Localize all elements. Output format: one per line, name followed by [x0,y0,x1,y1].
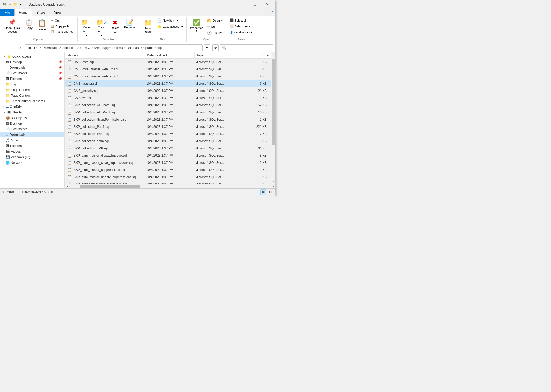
rename-button[interactable]: 📝 Rename [121,18,137,31]
refresh-button[interactable]: ↻ [212,44,219,51]
path-part-downloads[interactable]: Downloads [43,46,58,50]
select-all-button[interactable]: ⬛ Select all [228,18,255,23]
sidebar-item-page-content-2[interactable]: 📁 Page Content [0,93,64,98]
col-header-size[interactable]: Size [244,52,271,58]
table-row[interactable]: 📋 SXP_collection_smm.sql 10/4/2023 1:37 … [65,138,271,145]
pin-to-quick-access-button[interactable]: 📌 Pin to Quick access [2,18,22,35]
save-icon[interactable]: 💾 [2,2,7,7]
minimize-button[interactable]: ─ [236,0,249,9]
up-button[interactable]: ↑ [17,45,24,51]
table-row[interactable]: 📋 CMS_core.sql 10/4/2023 1:37 PM Microso… [65,59,271,66]
file-date: 10/4/2023 1:37 PM [144,174,193,180]
sidebar-item-quick-access[interactable]: ▼ ⭐ Quick access [0,54,64,59]
h-scroll-thumb[interactable] [80,185,140,188]
new-item-button[interactable]: 📄 New item ▼ [156,18,185,23]
move-to-dropdown[interactable]: ▼ [84,34,89,38]
sidebar-item-desktop-qa[interactable]: 🖥 Desktop 📌 [0,59,64,65]
sidebar-item-three-column[interactable]: 📁 ThreeColumnSplitCards [0,98,64,104]
copy-button[interactable]: 📋 Copy [23,18,35,31]
search-input[interactable] [228,46,271,50]
table-row[interactable]: 📋 CMS_web.sql 10/4/2023 1:37 PM Microsof… [65,95,271,102]
sidebar-item-page-content-1[interactable]: 📁 Page Content [0,87,64,93]
properties-button[interactable]: ✅ Properties ▼ [188,18,205,34]
cut-button[interactable]: ✂ Cut [49,18,75,23]
table-row[interactable]: 📋 SXP_collection_AE_Part1.sql 10/4/2023 … [65,102,271,109]
help-button[interactable]: ? [269,9,275,16]
table-row[interactable]: 📋 SXP_collection_GrantPermissions.sql 10… [65,116,271,123]
paste-button[interactable]: 📋 Paste [35,18,49,32]
file-scroll-thumb[interactable] [272,59,275,145]
tab-share[interactable]: Share [32,9,50,16]
sidebar-item-videos[interactable]: 🎬 Videos [0,149,64,154]
sidebar-item-documents-pc[interactable]: 📄 Documents [0,126,64,132]
sidebar-item-documents-qa[interactable]: 📄 Documents 📌 [0,70,64,76]
forward-button[interactable]: › [10,45,16,51]
table-row[interactable]: 📋 CMS_core_master_web_9x.sql 10/4/2023 1… [65,73,271,80]
large-icons-view-button[interactable]: ⊟ [267,189,273,195]
table-row[interactable]: 📋 SXP_exm_master_save_suppressions.sql 1… [65,159,271,166]
sidebar-item-downloads-qa[interactable]: ⬇ Downloads 📌 [0,65,64,70]
sidebar-item-3d-objects[interactable]: 📦 3D Objects [0,115,64,121]
delete-dropdown[interactable]: ▼ [112,31,118,35]
path-part-thispc[interactable]: This PC [27,46,39,50]
history-button[interactable]: 🕐 History [206,30,225,36]
table-row[interactable]: 📋 CMS_core_master_web_8x.sql 10/4/2023 1… [65,66,271,73]
copy-path-button[interactable]: 📋 Copy path [49,24,75,29]
open-button[interactable]: 📂 Open ▼ [206,18,225,23]
sidebar-item-windows-c[interactable]: 💾 Windows (C:) [0,154,64,160]
close-button[interactable]: ✕ [261,0,273,9]
sidebar-item-desktop-pc[interactable]: 🖥 Desktop [0,121,64,126]
edit-button[interactable]: ✏ Edit [206,24,225,30]
new-folder-button[interactable]: 📁 New folder [141,18,155,35]
address-path[interactable]: This PC > Downloads > Sitecore 10.3.1 re… [25,44,203,51]
invert-selection-button[interactable]: ◨ Invert selection [228,29,255,35]
move-to-button[interactable]: 📁→ Move to [79,18,94,34]
table-row[interactable]: 📋 SXP_collection_AE_Part2.sql 10/4/2023 … [65,109,271,116]
back-button[interactable]: ‹ [2,45,9,51]
address-dropdown[interactable]: ▼ [204,44,210,51]
properties-arrow: ▼ [195,30,198,32]
table-row[interactable]: 📋 SXP_exm_master_suppressions.sql 10/4/2… [65,166,271,174]
sidebar-item-pictures-qa[interactable]: 🖼 Pictures 📌 [0,76,64,81]
col-header-name[interactable]: Name ∧ [65,52,145,58]
sidebar-item-music[interactable]: 🎵 Music [0,137,64,143]
details-view-button[interactable]: ⊞ [260,189,266,195]
page-content-1-icon: 📁 [6,88,10,92]
path-part-sitecore[interactable]: Sitecore 10.3.1 rev. 009452 (upgrade fil… [62,46,123,50]
table-row[interactable]: 📋 SXP_exm_master_update_suppressions.sql… [65,174,271,181]
sidebar-item-img[interactable]: 📁 img [0,81,64,87]
file-scroll-up[interactable]: ▲ [271,52,275,57]
file-scroll-down[interactable]: ▼ [271,180,275,184]
select-none-button[interactable]: ⬜ Select none [228,23,255,29]
sidebar-item-onedrive[interactable]: › ☁ OneDrive [0,104,64,109]
paste-shortcut-button[interactable]: 📋 Paste shortcut [49,29,75,34]
col-header-type[interactable]: Type [195,52,244,58]
table-row[interactable]: 📋 SXP_experienceforms_filestorage.sql 10… [65,181,271,184]
copy-to-button[interactable]: 📁↗ Copy to [94,18,108,34]
path-part-current[interactable]: Database Upgrade Script [127,46,163,50]
table-row[interactable]: 📋 SXP_exm_master_dispatchqueue.sql 10/4/… [65,152,271,159]
undo-icon[interactable]: ↩ [8,2,12,7]
table-row[interactable]: 📋 CMS_security.sql 10/4/2023 1:37 PM Mic… [65,87,271,95]
copy-to-dropdown[interactable]: ▼ [99,34,104,38]
h-scroll-left[interactable]: ◂ [65,184,70,188]
table-row[interactable]: 📋 SXP_collection_Part1.sql 10/4/2023 1:3… [65,123,271,130]
tab-file[interactable]: File [0,9,14,16]
table-row[interactable]: 📋 SXP_collection_TVP.sql 10/4/2023 1:37 … [65,145,271,152]
h-scroll-right[interactable]: ▸ [271,184,275,188]
maximize-button[interactable]: □ [249,0,261,9]
tab-home[interactable]: Home [14,9,32,16]
dropdown-arrow-icon[interactable]: ▼ [18,2,23,7]
table-row[interactable]: 📋 SXP_collection_Part2.sql 10/4/2023 1:3… [65,130,271,138]
col-header-date[interactable]: Date modified [145,52,195,58]
file-icon: 📋 [67,125,72,129]
sidebar-item-downloads-pc[interactable]: ⬇ Downloads [0,132,64,137]
sidebar-item-network[interactable]: › 🌐 Network [0,160,64,165]
folder-icon[interactable]: 📁 [13,2,17,7]
delete-button[interactable]: ✖ Delete [109,18,121,31]
easy-access-button[interactable]: ⭐ Easy access ▼ [156,24,185,30]
sidebar-item-pictures-pc[interactable]: 🖼 Pictures [0,143,64,149]
table-row[interactable]: 📋 CMS_master.sql 10/4/2023 1:37 PM Micro… [65,80,271,87]
sidebar-item-this-pc[interactable]: ▼ 💻 This PC [0,109,64,115]
tab-view[interactable]: View [50,9,66,16]
